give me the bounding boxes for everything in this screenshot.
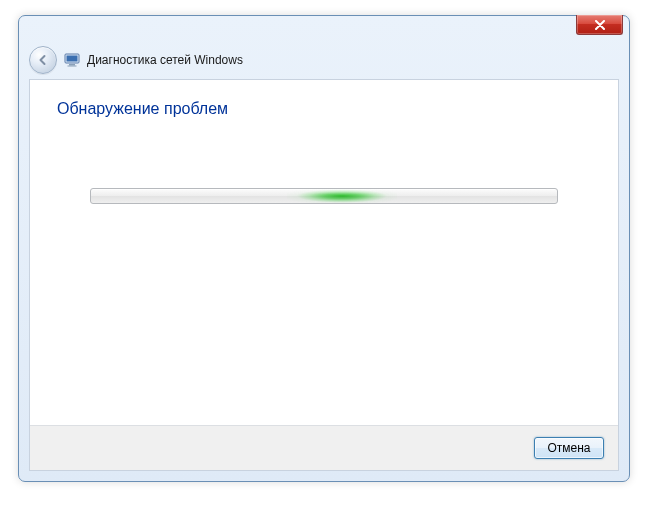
titlebar — [19, 16, 629, 38]
progress-indicator — [287, 189, 397, 203]
window-title: Диагностика сетей Windows — [87, 53, 243, 67]
content-pane: Обнаружение проблем Отмена — [29, 79, 619, 471]
back-arrow-icon — [36, 53, 50, 67]
monitor-icon — [64, 52, 80, 68]
app-icon — [64, 52, 80, 68]
close-button[interactable] — [576, 15, 623, 35]
footer-bar: Отмена — [30, 425, 618, 470]
cancel-button[interactable]: Отмена — [534, 437, 604, 459]
svg-rect-3 — [68, 66, 77, 67]
page-heading: Обнаружение проблем — [57, 100, 228, 118]
back-button[interactable] — [29, 46, 57, 74]
header-row: Диагностика сетей Windows — [29, 46, 243, 74]
close-icon — [594, 20, 606, 30]
progress-bar — [90, 188, 558, 204]
svg-rect-1 — [67, 56, 78, 62]
dialog-window: Диагностика сетей Windows Обнаружение пр… — [18, 15, 630, 482]
svg-rect-2 — [69, 64, 75, 66]
